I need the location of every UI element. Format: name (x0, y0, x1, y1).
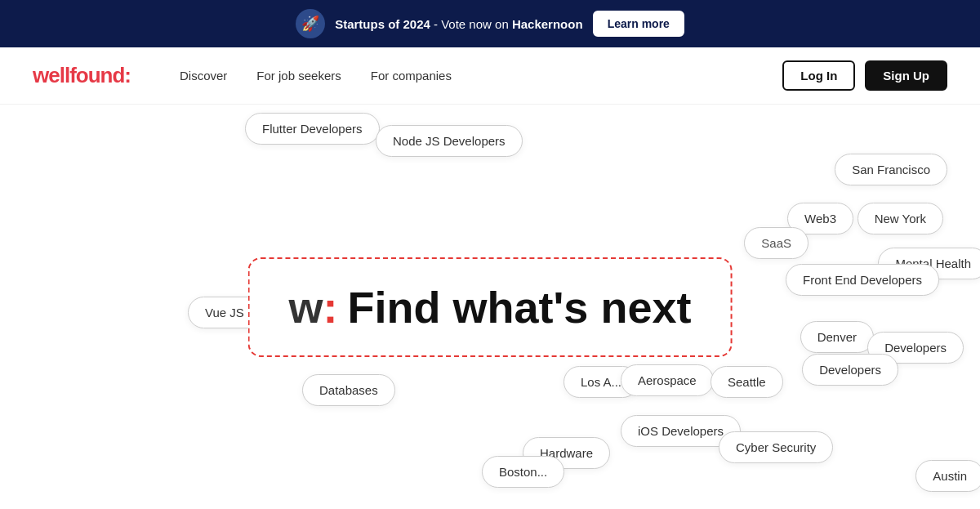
w-colon: : (323, 282, 338, 333)
banner-hackernoon: Hackernoon (512, 17, 583, 31)
tag-saas[interactable]: SaaS (744, 227, 808, 259)
tag-flutter-developers[interactable]: Flutter Developers (245, 113, 380, 145)
logo[interactable]: wellfound: (33, 63, 131, 88)
signup-button[interactable]: Sign Up (865, 60, 947, 91)
tag-aerospace[interactable]: Aerospace (621, 364, 714, 396)
tag-seattle[interactable]: Seattle (710, 366, 783, 398)
banner-startups: Startups of 2024 (335, 17, 430, 31)
banner-text: Startups of 2024 - Vote now on Hackernoo… (335, 17, 583, 31)
hero-headline: Find what's next (348, 285, 692, 329)
tag-cyber-security[interactable]: Cyber Security (719, 431, 833, 463)
logo-colon: : (124, 63, 131, 87)
tag-san-francisco[interactable]: San Francisco (835, 154, 947, 185)
w-letter: w (289, 282, 323, 333)
tag-denver[interactable]: Denver (800, 321, 874, 353)
tag-boston[interactable]: Boston... (482, 456, 564, 488)
nav-companies[interactable]: For companies (371, 69, 452, 83)
tag-databases[interactable]: Databases (302, 374, 395, 406)
tag-front-end-developers[interactable]: Front End Developers (786, 264, 939, 296)
search-box: w: Find what's next (248, 257, 733, 357)
wellfound-w-logo: w: (289, 282, 338, 333)
tag-nodejs-developers[interactable]: Node JS Developers (376, 125, 523, 157)
header-actions: Log In Sign Up (782, 60, 947, 91)
tag-new-york[interactable]: New York (858, 203, 943, 234)
login-button[interactable]: Log In (782, 60, 855, 91)
logo-text: wellfound (33, 63, 124, 87)
tag-austin[interactable]: Austin (915, 460, 980, 492)
main-nav: Discover For job seekers For companies (180, 69, 452, 83)
nav-job-seekers[interactable]: For job seekers (256, 69, 341, 83)
main-content: Flutter Developers Node JS Developers Sa… (0, 105, 980, 509)
tag-developers-2[interactable]: Developers (802, 354, 898, 386)
rocket-icon: 🚀 (296, 9, 325, 38)
header: wellfound: Discover For job seekers For … (0, 47, 980, 105)
banner-middle: - Vote now on (430, 17, 512, 31)
learn-more-button[interactable]: Learn more (593, 11, 684, 37)
svg-text:🚀: 🚀 (301, 15, 320, 33)
top-banner: 🚀 Startups of 2024 - Vote now on Hackern… (0, 0, 980, 47)
nav-discover[interactable]: Discover (180, 69, 227, 83)
